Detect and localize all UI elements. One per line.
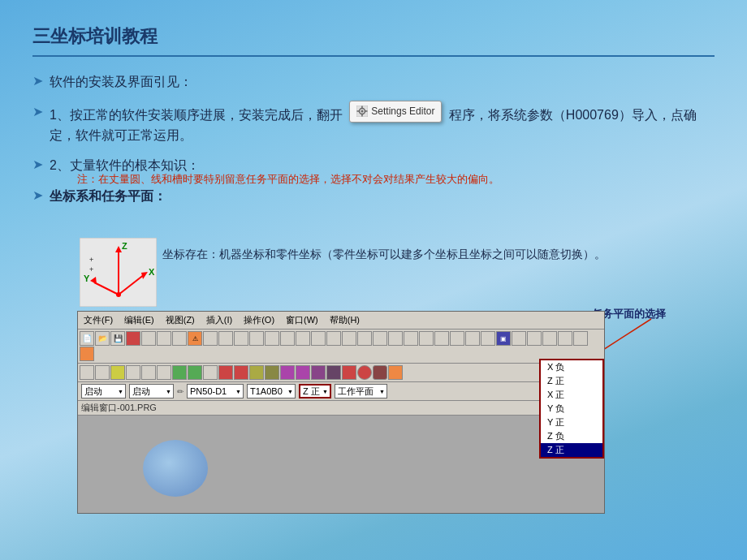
menu-insert[interactable]: 插入(I) [204, 313, 235, 327]
tb-12[interactable] [249, 331, 264, 346]
tb-11[interactable] [234, 331, 248, 346]
tb2-5[interactable] [141, 365, 156, 380]
tb2-2[interactable] [95, 365, 110, 380]
window-title-text: 编辑窗口-001.PRG [81, 403, 157, 412]
svg-text:+: + [89, 256, 93, 264]
tb2-10[interactable] [218, 365, 233, 380]
zdir-xneg[interactable]: X 负 [541, 360, 602, 374]
tb2-11[interactable] [234, 365, 248, 380]
tb2-20[interactable] [373, 365, 387, 380]
svg-text:X: X [149, 267, 155, 277]
tb-14[interactable] [280, 331, 295, 346]
menu-help[interactable]: 帮助(H) [327, 313, 362, 327]
bullet-content-4: 坐标系和任务平面： [50, 186, 715, 207]
menu-file[interactable]: 文件(F) [81, 313, 115, 327]
tb-28[interactable]: ▣ [496, 331, 511, 346]
svg-rect-3 [362, 106, 364, 109]
tb-29[interactable] [512, 331, 526, 346]
tb2-21[interactable] [388, 365, 403, 380]
dropdown-startup1[interactable]: 启动 [81, 384, 126, 398]
dropdown-workplane[interactable]: 工作平面 [335, 384, 387, 398]
settings-editor-tooltip: 工作平面 Settings Editor [349, 101, 442, 123]
tb2-16[interactable] [311, 365, 326, 380]
dropdown-workplane-value: 工作平面 [338, 386, 374, 398]
dropdown-zpos[interactable]: Z 正 [299, 384, 331, 398]
tb-new[interactable]: 📄 [80, 331, 94, 346]
tb-7[interactable] [172, 331, 187, 346]
tb-10[interactable] [218, 331, 233, 346]
menu-window[interactable]: 窗口(W) [283, 313, 321, 327]
tb-16[interactable] [311, 331, 326, 346]
bullet-2-prefix: 1、按正常的软件安装顺序进展，安装完成后，翻开 [50, 107, 343, 121]
tooltip-text: Settings Editor [371, 104, 434, 119]
svg-rect-6 [365, 110, 368, 112]
tb2-7[interactable] [172, 365, 187, 380]
tb2-9[interactable] [203, 365, 218, 380]
dropdown-startup2[interactable]: 启动 [129, 384, 174, 398]
svg-point-2 [361, 110, 364, 113]
title-section: 三坐标培训教程 [32, 16, 715, 57]
tb-25[interactable] [450, 331, 464, 346]
tb2-6[interactable] [157, 365, 171, 380]
zdir-zpos2[interactable]: Z 正 [541, 443, 602, 457]
tb-32[interactable] [558, 331, 572, 346]
zdir-yneg[interactable]: Y 负 [541, 402, 602, 416]
tb2-15[interactable] [296, 365, 310, 380]
tb2-19[interactable] [357, 365, 372, 380]
tb2-14[interactable] [280, 365, 295, 380]
menu-edit[interactable]: 编辑(E) [122, 313, 157, 327]
tb2-17[interactable] [326, 365, 341, 380]
tb-23[interactable] [419, 331, 434, 346]
tb-save[interactable]: 💾 [110, 331, 125, 346]
tb2-3[interactable] [110, 365, 125, 380]
bullet-arrow-2: ➤ [32, 104, 43, 119]
menu-ops[interactable]: 操作(O) [241, 313, 277, 327]
bullet-arrow-3: ➤ [32, 157, 43, 172]
tb-15[interactable] [296, 331, 310, 346]
slide-title: 三坐标培训教程 [32, 26, 158, 46]
slide-container: 三坐标培训教程 ➤ 软件的安装及界面引见： ➤ 1、按正常的软件安装顺序进展，安… [0, 0, 747, 560]
toolbar-row1: 📄 📂 💾 ⚠ [78, 330, 604, 364]
menu-view[interactable]: 视图(Z) [163, 313, 197, 327]
tb2-4[interactable] [126, 365, 140, 380]
tb-20[interactable] [373, 331, 387, 346]
tb-19[interactable] [357, 331, 372, 346]
tb2-12[interactable] [249, 365, 264, 380]
zdir-xpos[interactable]: X 正 [541, 388, 602, 402]
bullet-arrow-1: ➤ [32, 73, 43, 88]
tb-18[interactable] [342, 331, 356, 346]
tb-27[interactable] [481, 331, 495, 346]
tb-17[interactable] [326, 331, 341, 346]
dropdown-pn50[interactable]: PN50-D1 [187, 384, 244, 398]
tb-31[interactable] [542, 331, 557, 346]
tb-6[interactable] [157, 331, 171, 346]
tb2-1[interactable] [80, 365, 94, 380]
tb-30[interactable] [527, 331, 542, 346]
tb-13[interactable] [265, 331, 279, 346]
tb2-8[interactable] [188, 365, 202, 380]
tb-8[interactable]: ⚠ [188, 331, 202, 346]
dropdown-t1a0b0-value: T1A0B0 [250, 386, 283, 396]
tb-9[interactable] [203, 331, 218, 346]
tb-24[interactable] [434, 331, 449, 346]
bullet-4-main: 坐标系和任务平面： [50, 189, 166, 203]
dropdown-zpos-value: Z 正 [303, 386, 320, 398]
bullet-content-2: 1、按正常的软件安装顺序进展，安装完成后，翻开 [50, 102, 715, 146]
dropdown-startup2-value: 启动 [132, 386, 150, 398]
tb-5[interactable] [141, 331, 156, 346]
zdir-zneg[interactable]: Z 负 [541, 429, 602, 443]
tb-34[interactable] [80, 347, 94, 361]
tb2-18[interactable] [342, 365, 356, 380]
tb2-13[interactable] [265, 365, 279, 380]
content-area: ➤ 软件的安装及界面引见： ➤ 1、按正常的软件安装顺序进展，安装完成后，翻开 [32, 71, 715, 207]
tb-4[interactable] [126, 331, 140, 346]
zdirection-dropdown[interactable]: X 负 Z 正 X 正 Y 负 Y 正 Z 负 Z 正 [539, 359, 604, 459]
tb-21[interactable] [388, 331, 403, 346]
zdir-ypos[interactable]: Y 正 [541, 416, 602, 429]
tb-22[interactable] [404, 331, 418, 346]
tb-open[interactable]: 📂 [95, 331, 110, 346]
tb-33[interactable] [573, 331, 588, 346]
tb-26[interactable] [465, 331, 480, 346]
dropdown-t1a0b0[interactable]: T1A0B0 [247, 384, 296, 398]
zdir-zpos[interactable]: Z 正 [541, 374, 602, 388]
